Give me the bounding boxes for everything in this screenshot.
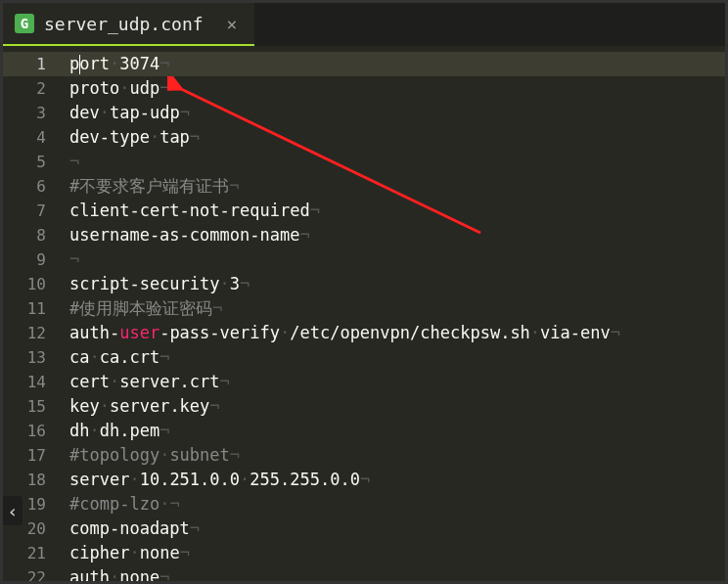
line-number: 5 bbox=[3, 150, 60, 174]
tab-title: server_udp.conf bbox=[44, 14, 204, 34]
code-token: · bbox=[110, 372, 119, 391]
code-token: dev-type bbox=[69, 127, 150, 147]
code-token: ¬ bbox=[209, 396, 219, 416]
code-line[interactable]: server·10.251.0.0·255.255.0.0¬ bbox=[60, 468, 725, 492]
code-token: ¬ bbox=[180, 103, 190, 122]
code-token: · bbox=[150, 127, 159, 147]
code-line[interactable]: #不要求客户端有证书¬ bbox=[60, 174, 725, 199]
code-line[interactable]: #topology·subnet¬ bbox=[60, 443, 725, 468]
file-tab[interactable]: G server_udp.conf × bbox=[3, 3, 254, 46]
tab-bar: G server_udp.conf × bbox=[3, 3, 725, 46]
code-token: ¬ bbox=[299, 225, 309, 245]
code-line[interactable]: comp-noadapt¬ bbox=[60, 517, 725, 541]
code-token: script-security bbox=[69, 274, 220, 293]
code-line[interactable]: auth·none¬ bbox=[60, 565, 725, 584]
code-token: ¬ bbox=[360, 470, 370, 489]
code-token: dh bbox=[69, 421, 89, 440]
code-token: cert bbox=[69, 372, 110, 391]
editor-area[interactable]: 12345678910111213141516171819202122 port… bbox=[3, 46, 725, 581]
code-token: ¬ bbox=[69, 152, 79, 171]
code-token: · bbox=[129, 470, 139, 489]
code-token: ¬ bbox=[159, 421, 169, 440]
code-line[interactable]: #comp-lzo·¬ bbox=[60, 492, 725, 517]
code-token: ¬ bbox=[190, 518, 200, 538]
code-line[interactable]: client-cert-not-required¬ bbox=[60, 199, 725, 223]
line-number: 1 bbox=[3, 52, 60, 76]
code-token: ¬ bbox=[240, 274, 250, 293]
code-token: · bbox=[159, 445, 169, 465]
code-token: · bbox=[110, 54, 119, 73]
code-token: · bbox=[129, 543, 139, 562]
code-token: key bbox=[69, 396, 100, 416]
code-token: tap bbox=[159, 127, 190, 147]
code-token: none bbox=[119, 567, 159, 584]
code-token: ¬ bbox=[69, 249, 79, 269]
line-number: 2 bbox=[3, 76, 60, 101]
code-token: · bbox=[100, 103, 110, 122]
code-token: server.crt bbox=[119, 372, 219, 391]
code-token: proto bbox=[69, 78, 119, 98]
code-line[interactable]: ¬ bbox=[60, 247, 725, 272]
code-token: ¬ bbox=[190, 127, 200, 147]
code-token: · bbox=[89, 347, 99, 367]
code-line[interactable]: proto·udp¬ bbox=[60, 76, 725, 101]
code-token: ¬ bbox=[159, 78, 169, 98]
code-token: 255.255.0.0 bbox=[250, 470, 360, 489]
code-token: ¬ bbox=[230, 445, 240, 465]
code-token: ¬ bbox=[159, 347, 169, 367]
code-line[interactable]: key·server.key¬ bbox=[60, 394, 725, 419]
code-token: · bbox=[159, 494, 169, 514]
code-token: · bbox=[240, 470, 250, 489]
file-type-icon: G bbox=[15, 14, 34, 33]
line-number: 15 bbox=[3, 394, 60, 419]
code-token: #不要求客户端有证书 bbox=[69, 176, 229, 196]
line-number: 14 bbox=[3, 370, 60, 394]
code-line[interactable]: #使用脚本验证密码¬ bbox=[60, 296, 725, 321]
code-token: · bbox=[280, 323, 290, 342]
sidebar-expand-handle[interactable]: ‹ bbox=[3, 496, 23, 525]
code-line[interactable]: cert·server.crt¬ bbox=[60, 370, 725, 394]
code-token: username-as-common-name bbox=[69, 225, 299, 245]
code-line[interactable]: port·3074¬ bbox=[60, 52, 725, 76]
code-line[interactable]: cipher·none¬ bbox=[60, 541, 725, 565]
line-number: 8 bbox=[3, 223, 60, 247]
code-token: via-env bbox=[540, 323, 611, 342]
code-line[interactable]: ¬ bbox=[60, 150, 725, 174]
close-icon[interactable]: × bbox=[221, 12, 244, 36]
line-number: 18 bbox=[3, 468, 60, 492]
code-token: subnet bbox=[169, 445, 229, 465]
code-line[interactable]: ca·ca.crt¬ bbox=[60, 345, 725, 370]
code-line[interactable]: script-security·3¬ bbox=[60, 272, 725, 296]
code-line[interactable]: dev-type·tap¬ bbox=[60, 125, 725, 150]
code-token: · bbox=[119, 78, 129, 98]
code-line[interactable]: dev·tap-udp¬ bbox=[60, 101, 725, 125]
code-token: comp-noadapt bbox=[69, 518, 190, 538]
code-line[interactable]: auth-user-pass-verify·/etc/openvpn/check… bbox=[60, 321, 725, 345]
code-token: auth- bbox=[69, 323, 119, 342]
code-token: ¬ bbox=[159, 567, 169, 584]
code-token: ca.crt bbox=[100, 347, 159, 367]
code-token: udp bbox=[129, 78, 159, 98]
code-token: · bbox=[110, 567, 119, 584]
code-token: ca bbox=[69, 347, 89, 367]
code-token: tap-udp bbox=[110, 103, 180, 122]
line-number: 6 bbox=[3, 174, 60, 199]
line-number: 3 bbox=[3, 101, 60, 125]
line-number: 4 bbox=[3, 125, 60, 150]
code-token: 10.251.0.0 bbox=[140, 470, 240, 489]
code-token: -pass-verify bbox=[159, 323, 280, 342]
code-token: #comp-lzo bbox=[69, 494, 159, 514]
line-number: 12 bbox=[3, 321, 60, 345]
code-token: user bbox=[119, 323, 159, 342]
code-token: ¬ bbox=[180, 543, 190, 562]
code-token: /etc/openvpn/checkpsw.sh bbox=[290, 323, 530, 342]
code-line[interactable]: username-as-common-name¬ bbox=[60, 223, 725, 247]
code-content[interactable]: port·3074¬proto·udp¬dev·tap-udp¬dev-type… bbox=[60, 46, 725, 581]
line-number: 9 bbox=[3, 247, 60, 272]
code-token: client-cert-not-required bbox=[69, 201, 310, 220]
code-line[interactable]: dh·dh.pem¬ bbox=[60, 419, 725, 443]
line-number: 21 bbox=[3, 541, 60, 565]
code-token: #使用脚本验证密码 bbox=[69, 298, 212, 318]
code-token: ¬ bbox=[229, 176, 239, 196]
line-number: 10 bbox=[3, 272, 60, 296]
